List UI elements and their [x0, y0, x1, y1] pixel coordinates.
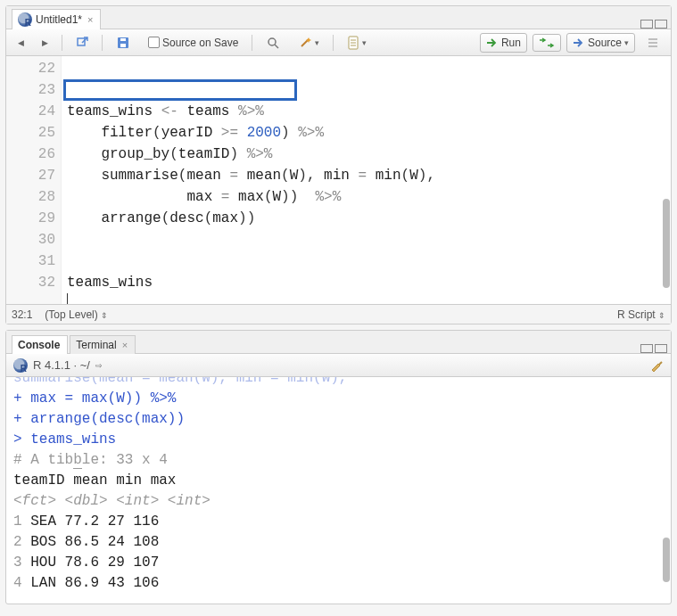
svg-line-14: [659, 362, 662, 365]
r-logo-icon: [13, 358, 28, 373]
chevron-down-icon: ▾: [362, 38, 367, 47]
line-gutter: 22 23 24 25 26 27 28 29 30 31 32: [6, 56, 62, 304]
scope-selector[interactable]: (Top Level) ⇕: [45, 308, 108, 321]
rerun-icon: [539, 37, 555, 48]
scroll-thumb[interactable]: [663, 538, 670, 582]
tab-console[interactable]: Console: [12, 335, 68, 354]
chevron-down-icon: ▾: [624, 38, 629, 47]
svg-rect-2: [120, 44, 126, 47]
file-mode-selector[interactable]: R Script ⇕: [617, 308, 665, 321]
editor-scrollbar[interactable]: [661, 56, 670, 304]
broom-icon: [649, 358, 664, 373]
chevron-down-icon: ▾: [315, 38, 319, 47]
source-toolbar: ◀ ▶ Source on Save ▾ ▾ Run: [6, 29, 671, 56]
save-button[interactable]: [110, 32, 136, 53]
separator: [102, 35, 103, 51]
svg-point-4: [268, 38, 276, 45]
cursor-position: 32:1: [12, 308, 32, 321]
run-label: Run: [501, 37, 521, 49]
source-on-save-toggle[interactable]: Source on Save: [142, 33, 244, 53]
popout-button[interactable]: [70, 33, 95, 53]
pane-window-controls: [640, 20, 671, 29]
source-on-save-label: Source on Save: [162, 37, 238, 49]
tab-terminal-label: Terminal: [76, 339, 116, 351]
popout-icon: [76, 37, 88, 49]
search-icon: [266, 36, 280, 50]
wand-button[interactable]: ▾: [292, 32, 326, 53]
source-tabbar: Untitled1* ×: [6, 6, 671, 29]
separator: [252, 35, 252, 51]
console-output[interactable]: summarise(mean = mean(W), min = min(W), …: [6, 377, 671, 604]
code-editor[interactable]: 22 23 24 25 26 27 28 29 30 31 32 teams_w…: [6, 56, 671, 304]
separator: [333, 35, 334, 51]
code-area[interactable]: teams_wins <- teams %>% filter(yearID >=…: [62, 56, 671, 304]
run-arrow-icon: [486, 37, 499, 48]
r-file-icon: [18, 12, 32, 27]
minimize-icon[interactable]: [640, 344, 653, 353]
console-pane: Console Terminal × R 4.1.1 · ~/ ⇨ summar…: [5, 330, 672, 604]
svg-line-5: [275, 45, 278, 48]
file-tab[interactable]: Untitled1* ×: [12, 9, 101, 29]
forward-button[interactable]: ▶: [36, 35, 54, 51]
close-icon[interactable]: ×: [87, 14, 93, 25]
chevron-icon[interactable]: ⇨: [95, 361, 103, 370]
minimize-icon[interactable]: [640, 20, 653, 29]
maximize-icon[interactable]: [655, 344, 667, 353]
outline-icon: [647, 37, 659, 49]
checkbox-icon: [148, 37, 160, 48]
tab-terminal[interactable]: Terminal ×: [70, 335, 136, 354]
console-info: R 4.1.1 · ~/: [33, 358, 90, 372]
source-arrow-icon: [573, 37, 585, 48]
back-button[interactable]: ◀: [12, 35, 30, 51]
source-pane: Untitled1* × ◀ ▶ Source on Save ▾: [5, 5, 672, 324]
find-button[interactable]: [260, 32, 286, 53]
scroll-thumb[interactable]: [663, 199, 670, 288]
rerun-button[interactable]: [533, 34, 561, 52]
run-button[interactable]: Run: [480, 33, 527, 53]
console-scrollbar[interactable]: [661, 377, 670, 604]
separator: [62, 35, 62, 51]
svg-rect-3: [120, 38, 126, 41]
tab-console-label: Console: [18, 339, 60, 351]
maximize-icon[interactable]: [655, 20, 667, 29]
close-icon[interactable]: ×: [122, 340, 128, 350]
pane-window-controls: [640, 344, 671, 353]
notebook-icon: [347, 36, 359, 50]
console-tabbar: Console Terminal ×: [6, 331, 671, 354]
save-icon: [116, 36, 130, 50]
source-button[interactable]: Source ▾: [566, 33, 635, 53]
console-header: R 4.1.1 · ~/ ⇨: [6, 354, 671, 377]
clear-console-button[interactable]: [649, 358, 664, 373]
source-label: Source: [588, 37, 622, 49]
outline-button[interactable]: [640, 33, 665, 53]
wand-icon: [298, 36, 312, 50]
notebook-button[interactable]: ▾: [341, 32, 373, 53]
source-statusbar: 32:1 (Top Level) ⇕ R Script ⇕: [6, 304, 671, 324]
file-tab-title: Untitled1*: [36, 13, 82, 26]
